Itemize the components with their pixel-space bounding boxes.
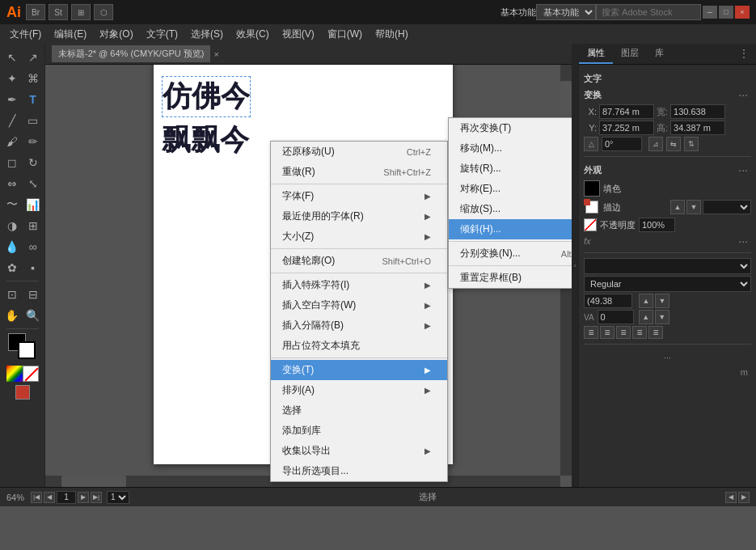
ctx-arrange[interactable]: 排列(A) ▶ <box>271 380 447 400</box>
shear-icon[interactable]: ⊿ <box>648 137 663 151</box>
mirror-tool[interactable]: ⇔ <box>2 174 22 193</box>
opacity-input[interactable] <box>639 218 675 232</box>
more-options-icon[interactable]: ⋮ <box>732 44 756 64</box>
column-chart-tool[interactable]: ▪ <box>23 258 43 277</box>
ctx-undo[interactable]: 还原移动(U) Ctrl+Z <box>271 142 447 162</box>
sub-transform-each[interactable]: 分别变换(N)... Alt+Shift+Ctrl+D <box>449 243 572 264</box>
menu-view[interactable]: 视图(V) <box>276 26 321 43</box>
stroke-up-btn[interactable]: ▲ <box>670 200 685 214</box>
page-input[interactable] <box>57 491 76 504</box>
tab-properties[interactable]: 属性 <box>579 44 613 64</box>
align-center-icon[interactable]: ≡ <box>600 326 615 339</box>
ctx-insert-separator[interactable]: 插入分隔符(B) ▶ <box>271 315 447 336</box>
stroke-select[interactable] <box>703 200 751 214</box>
status-nav-prev[interactable]: ◀ <box>725 492 737 503</box>
va-up-btn[interactable]: ▲ <box>639 310 653 324</box>
menu-file[interactable]: 文件(F) <box>3 26 48 43</box>
pen-tool[interactable]: ✒ <box>2 90 22 109</box>
nav-prev-btn[interactable]: ◀ <box>44 492 55 503</box>
stroke-color-box[interactable] <box>584 199 600 215</box>
more-options-btn[interactable]: ··· <box>735 88 751 101</box>
right-panel-collapse[interactable]: ‹ <box>572 44 578 487</box>
color-gradient-icon[interactable] <box>6 366 23 382</box>
sub-re-transform[interactable]: 再次变换(T) Ctrl+D <box>449 118 572 138</box>
sub-move[interactable]: 移动(M)... Shift+Ctrl+M <box>449 138 572 159</box>
menu-window[interactable]: 窗口(W) <box>321 26 369 43</box>
nav-first-btn[interactable]: |◀ <box>31 492 42 503</box>
font-size-down-btn[interactable]: ▼ <box>655 294 669 308</box>
view-toggle-icon[interactable]: ⊞ <box>71 4 91 20</box>
x-input[interactable] <box>599 104 654 119</box>
va-input[interactable] <box>598 310 634 324</box>
bottom-more[interactable]: ··· <box>584 349 751 366</box>
ctx-font[interactable]: 字体(F) ▶ <box>271 186 447 206</box>
selection-tool[interactable]: ↖ <box>2 48 22 67</box>
slice-tool[interactable]: ⊟ <box>23 285 43 304</box>
canvas-tab-close-button[interactable]: × <box>213 49 218 59</box>
sub-shear[interactable]: 倾斜(H)... <box>449 219 572 239</box>
ctx-create-outline[interactable]: 创建轮廓(O) Shift+Ctrl+O <box>271 251 447 271</box>
font-family-select[interactable] <box>584 258 751 274</box>
ctx-fill-placeholder[interactable]: 用占位符文本填充 <box>271 336 447 356</box>
none-color-icon[interactable] <box>23 366 39 382</box>
mesh-tool[interactable]: ⊞ <box>23 216 43 235</box>
menu-text[interactable]: 文字(T) <box>140 26 184 43</box>
eraser-tool[interactable]: ◻ <box>2 153 22 172</box>
graph-tool[interactable]: 📊 <box>23 195 43 214</box>
workspace-dropdown[interactable]: 基本功能 <box>536 4 596 20</box>
menu-object[interactable]: 对象(O) <box>93 26 139 43</box>
hand-tool[interactable]: ✋ <box>2 306 22 325</box>
sub-reflect[interactable]: 对称(E)... <box>449 179 572 199</box>
ctx-redo[interactable]: 重做(R) Shift+Ctrl+Z <box>271 162 447 182</box>
stock-icon[interactable]: St <box>49 4 68 20</box>
y-input[interactable] <box>599 121 654 135</box>
menu-edit[interactable]: 编辑(E) <box>48 26 93 43</box>
align-justify-right-icon[interactable]: ≡ <box>648 326 663 339</box>
fx-more-btn[interactable]: ··· <box>735 235 751 248</box>
scale-tool[interactable]: ⤡ <box>23 174 43 193</box>
ctx-insert-whitespace[interactable]: 插入空白字符(W) ▶ <box>271 295 447 315</box>
flip-h-icon[interactable]: ⇆ <box>666 137 681 151</box>
minimize-button[interactable]: ─ <box>703 6 717 19</box>
align-right-icon[interactable]: ≡ <box>616 326 631 339</box>
warp-tool[interactable]: 〜 <box>2 195 22 214</box>
stroke-down-btn[interactable]: ▼ <box>686 200 701 214</box>
close-button[interactable]: × <box>735 6 750 19</box>
va-down-btn[interactable]: ▼ <box>655 310 669 324</box>
ctx-collect-export[interactable]: 收集以导出 ▶ <box>271 441 447 461</box>
angle-input[interactable] <box>602 137 642 151</box>
width-input[interactable] <box>670 104 725 119</box>
pencil-tool[interactable]: ✏ <box>23 132 43 151</box>
rect-tool[interactable]: ▭ <box>23 111 43 130</box>
gradient-tool[interactable]: ◑ <box>2 216 22 235</box>
fill-color-box[interactable] <box>584 180 600 197</box>
menu-select[interactable]: 选择(S) <box>184 26 230 43</box>
zoom-tool[interactable]: 🔍 <box>23 306 43 325</box>
ctx-export-selection[interactable]: 导出所选项目... <box>271 461 447 481</box>
blend-tool[interactable]: ∞ <box>23 237 43 256</box>
appearance-header[interactable]: 外观 ··· <box>584 162 751 178</box>
stroke-color-swatch[interactable] <box>18 341 36 359</box>
maximize-button[interactable]: □ <box>719 6 733 19</box>
menu-help[interactable]: 帮助(H) <box>369 26 415 43</box>
paintbrush-tool[interactable]: 🖌 <box>2 132 22 151</box>
arrange-icon[interactable]: ⬡ <box>94 4 113 20</box>
align-left-icon[interactable]: ≡ <box>584 326 598 339</box>
menu-effect[interactable]: 效果(C) <box>230 26 276 43</box>
artboard-tool[interactable]: ⊡ <box>2 285 22 304</box>
font-size-up-btn[interactable]: ▲ <box>639 294 653 308</box>
eyedropper-tool[interactable]: 💧 <box>2 237 22 256</box>
tab-library[interactable]: 库 <box>647 44 672 64</box>
ctx-add-to-library[interactable]: 添加到库 <box>271 421 447 441</box>
nav-last-btn[interactable]: ▶| <box>91 492 102 503</box>
status-nav-next[interactable]: ▶ <box>738 492 750 503</box>
line-tool[interactable]: ╱ <box>2 111 22 130</box>
ctx-insert-special[interactable]: 插入特殊字符(I) ▶ <box>271 275 447 295</box>
sub-reset-bounding-box[interactable]: 重置定界框(B) <box>449 268 572 288</box>
tab-layers[interactable]: 图层 <box>613 44 647 64</box>
ctx-transform[interactable]: 变换(T) ▶ <box>271 360 447 380</box>
align-justify-icon[interactable]: ≡ <box>632 326 647 339</box>
sub-scale[interactable]: 缩放(S)... <box>449 199 572 219</box>
canvas-tab-label[interactable]: 未标题-2* @ 64% (CMYK/GPU 预览) <box>52 45 210 62</box>
rotate-tool[interactable]: ↻ <box>23 153 43 172</box>
